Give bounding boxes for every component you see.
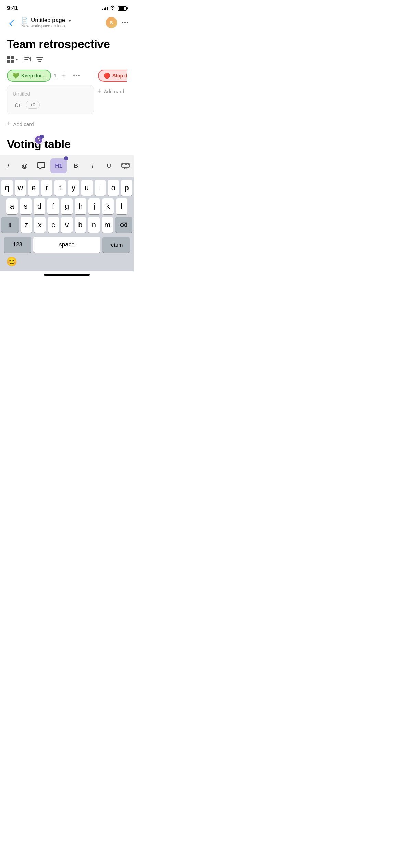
key-l[interactable]: l (116, 198, 127, 214)
view-chevron-icon (15, 59, 18, 61)
key-e[interactable]: e (28, 180, 39, 196)
card-title: Untitled (13, 91, 88, 97)
column-header-keep-doing: 💚 Keep doi... 1 + (7, 70, 94, 82)
slash-command-button[interactable]: / (0, 158, 16, 173)
key-p[interactable]: p (121, 180, 132, 196)
key-v[interactable]: v (61, 217, 72, 233)
page-title: Untitled page (31, 17, 65, 24)
key-a[interactable]: a (6, 198, 18, 214)
plus-icon-right: + (98, 88, 102, 95)
card-footer: 🗂 +0 (13, 101, 88, 109)
key-i[interactable]: i (95, 180, 106, 196)
battery-icon (118, 6, 127, 11)
italic-button[interactable]: I (84, 158, 101, 173)
numbers-key[interactable]: 123 (4, 237, 31, 253)
keyboard-row-1: q w e r t y u i o p (1, 180, 132, 196)
slash-icon: / (7, 162, 9, 170)
column-label-keep: Keep doi... (21, 73, 46, 79)
space-key[interactable]: space (33, 237, 101, 253)
mention-button[interactable]: @ (16, 158, 33, 173)
vote-badge[interactable]: +0 (26, 101, 40, 109)
sort-icon (24, 56, 31, 62)
column-tag-keep-doing[interactable]: 💚 Keep doi... (7, 70, 51, 82)
bold-button[interactable]: B (68, 158, 84, 173)
key-q[interactable]: q (1, 180, 13, 196)
add-card-label-right: Add card (104, 88, 124, 94)
add-card-button-right[interactable]: + Add card (98, 85, 127, 98)
key-j[interactable]: j (88, 198, 100, 214)
board-area: 💚 Keep doi... 1 + Untitled 🗂 (7, 70, 127, 131)
comment-icon (37, 162, 45, 170)
key-o[interactable]: o (108, 180, 119, 196)
more-options-button[interactable] (122, 22, 128, 23)
return-key[interactable]: return (102, 237, 130, 253)
emoji-row: 😊 (1, 253, 132, 270)
plus-icon: + (7, 121, 11, 128)
key-d[interactable]: d (34, 198, 45, 214)
emoji-button[interactable]: 😊 (4, 254, 19, 269)
sort-button[interactable] (24, 56, 31, 62)
h1-button[interactable]: H1 (50, 158, 67, 173)
key-w[interactable]: w (15, 180, 26, 196)
avatar[interactable]: S (106, 17, 117, 28)
workspace-label: New workspace on loop (21, 24, 71, 28)
home-indicator (44, 274, 90, 276)
wifi-icon (110, 5, 116, 11)
underline-icon: U (107, 162, 111, 169)
board-card[interactable]: Untitled 🗂 +0 (7, 85, 94, 114)
column-tag-stop[interactable]: 🔴 Stop doin... (98, 70, 127, 82)
key-g[interactable]: g (61, 198, 73, 214)
formatting-toolbar: / @ H1 B I U (0, 155, 134, 177)
key-x[interactable]: x (34, 217, 45, 233)
column-keep-doing: 💚 Keep doi... 1 + Untitled 🗂 (7, 70, 94, 131)
column-emoji-keep: 💚 (12, 72, 19, 79)
svg-rect-10 (122, 163, 129, 167)
key-y[interactable]: y (68, 180, 79, 196)
keyboard-icon (121, 163, 130, 169)
key-b[interactable]: b (75, 217, 86, 233)
board-toolbar (7, 56, 127, 63)
keyboard-hide-button[interactable] (117, 158, 134, 173)
svg-point-9 (78, 75, 80, 76)
underline-button[interactable]: U (101, 158, 117, 173)
ellipsis-icon (73, 75, 80, 76)
content-area: Team retrospective (0, 32, 134, 131)
add-card-button-left[interactable]: + Add card (7, 118, 94, 131)
key-f[interactable]: f (47, 198, 59, 214)
delete-key[interactable]: ⌫ (115, 217, 132, 233)
filter-button[interactable] (36, 57, 43, 62)
at-icon: @ (22, 162, 28, 170)
key-k[interactable]: k (102, 198, 114, 214)
h1-icon: H1 (55, 162, 62, 169)
key-s[interactable]: s (20, 198, 32, 214)
key-c[interactable]: c (48, 217, 59, 233)
page-heading: Team retrospective (7, 38, 127, 50)
add-column-item-button[interactable]: + (59, 71, 69, 81)
key-r[interactable]: r (41, 180, 52, 196)
voting-heading: Voting table (7, 137, 127, 151)
keyboard-row-3: ⇧ z x c v b n m ⌫ (1, 217, 132, 233)
keyboard: q w e r t y u i o p a s d f g h j k l ⇧ … (0, 177, 134, 271)
status-time: 9:41 (7, 5, 18, 12)
filter-icon (36, 57, 43, 62)
key-n[interactable]: n (88, 217, 99, 233)
keyboard-bottom-row: 123 space return (1, 236, 132, 253)
key-u[interactable]: u (81, 180, 93, 196)
key-m[interactable]: m (102, 217, 113, 233)
back-button[interactable] (5, 16, 18, 29)
nav-header: 📄 Untitled page New workspace on loop S (0, 14, 134, 32)
view-switcher-button[interactable] (7, 56, 19, 63)
italic-icon: I (92, 162, 94, 169)
comment-button[interactable] (33, 158, 49, 173)
svg-point-7 (73, 75, 75, 76)
key-t[interactable]: t (54, 180, 66, 196)
key-z[interactable]: z (21, 217, 32, 233)
column-emoji-stop: 🔴 (104, 72, 110, 79)
back-chevron-icon (9, 19, 16, 26)
status-icons (102, 5, 127, 11)
column-more-button[interactable] (72, 71, 81, 81)
page-title-row[interactable]: 📄 Untitled page (21, 17, 71, 24)
key-h[interactable]: h (75, 198, 86, 214)
page-info: 📄 Untitled page New workspace on loop (21, 17, 71, 28)
shift-key[interactable]: ⇧ (1, 217, 19, 233)
